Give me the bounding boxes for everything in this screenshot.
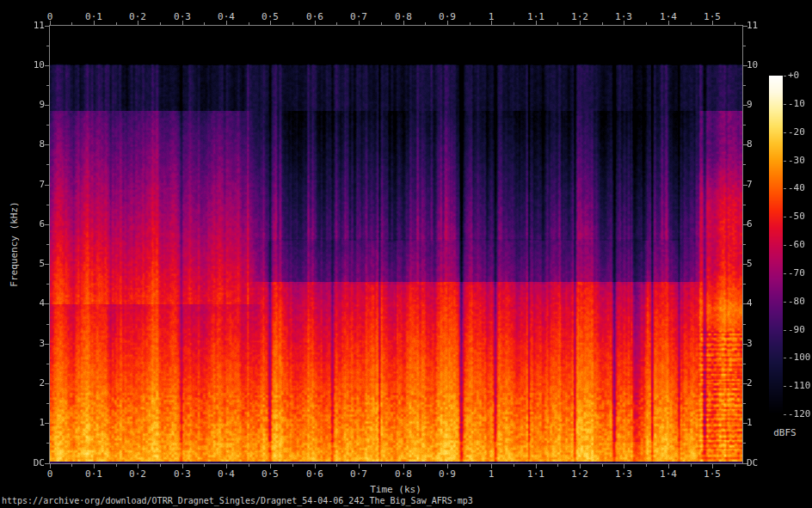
freq-minor-tick <box>46 364 49 364</box>
freq-tick-label: DC <box>747 458 758 468</box>
spectrogram-plot-frame <box>49 25 743 464</box>
freq-tick-label: 5 <box>747 259 753 269</box>
freq-minor-tick <box>743 443 746 444</box>
time-tick-label: 0·2 <box>120 469 155 480</box>
time-minor-tick <box>602 464 603 467</box>
freq-tick-label: 11 <box>10 21 45 31</box>
time-tick-label: 1·1 <box>519 469 553 480</box>
time-minor-tick <box>735 22 735 25</box>
freq-tick-label: 3 <box>747 339 753 349</box>
time-tick-label: 0·1 <box>77 469 111 480</box>
freq-minor-tick <box>743 403 746 404</box>
freq-tick-label: 10 <box>747 60 758 70</box>
time-minor-tick <box>557 464 558 467</box>
time-tick-label: 1 <box>474 469 508 480</box>
time-minor-tick <box>381 464 382 467</box>
freq-minor-tick <box>46 403 49 404</box>
time-tick-label: 1·2 <box>563 469 597 480</box>
db-tick <box>784 76 786 77</box>
freq-tick <box>45 224 49 225</box>
db-tick-label: -10 <box>788 99 805 109</box>
time-minor-tick <box>292 22 293 25</box>
freq-minor-tick <box>743 85 746 86</box>
time-minor-tick <box>425 22 426 25</box>
db-tick-label: -50 <box>788 211 805 222</box>
time-tick-label: 0·2 <box>120 12 155 22</box>
freq-tick <box>45 144 49 145</box>
time-tick-label: 1·5 <box>695 12 729 22</box>
freq-tick-label: 1 <box>747 418 753 428</box>
db-tick <box>784 104 786 105</box>
db-tick <box>784 245 786 246</box>
time-minor-tick <box>116 464 117 467</box>
freq-tick <box>45 185 49 186</box>
time-tick-label: 1·4 <box>651 469 686 480</box>
time-tick-label: 1·3 <box>606 469 641 480</box>
time-tick-label: 1·1 <box>519 12 553 22</box>
time-tick-label: 0·7 <box>341 469 376 480</box>
time-minor-tick <box>204 464 205 467</box>
time-tick-label: 1·5 <box>695 469 729 480</box>
freq-tick-label: 11 <box>747 21 758 31</box>
freq-minor-tick <box>46 443 49 444</box>
freq-tick <box>45 105 49 106</box>
freq-tick-label: 9 <box>747 100 753 110</box>
db-tick-label: +0 <box>788 70 799 81</box>
time-minor-tick <box>204 22 205 25</box>
time-minor-tick <box>470 22 471 25</box>
db-tick-label: -80 <box>788 297 805 307</box>
db-tick <box>784 414 786 415</box>
time-minor-tick <box>116 22 117 25</box>
time-tick-label: 1·3 <box>606 12 641 22</box>
time-minor-tick <box>646 22 647 25</box>
freq-tick-label: 2 <box>10 378 45 389</box>
freq-tick-label: 8 <box>747 139 753 150</box>
freq-tick-label: 8 <box>10 139 45 150</box>
spectrogram-canvas <box>50 26 742 463</box>
time-tick-label: 0·9 <box>430 12 464 22</box>
time-tick-label: 0 <box>33 469 67 480</box>
freq-minor-tick <box>46 324 49 325</box>
freq-minor-tick <box>743 205 746 205</box>
time-tick-label: 0·4 <box>209 469 243 480</box>
time-minor-tick <box>602 22 603 25</box>
freq-tick-label: 6 <box>747 219 753 230</box>
time-tick-label: 1 <box>474 12 508 22</box>
time-minor-tick <box>71 464 72 467</box>
time-minor-tick <box>160 22 161 25</box>
freq-minor-tick <box>46 284 49 285</box>
freq-tick <box>45 264 49 265</box>
freq-tick <box>45 383 49 384</box>
time-minor-tick <box>336 22 337 25</box>
time-tick-label: 0·6 <box>298 469 332 480</box>
time-tick-label: 0·9 <box>430 469 464 480</box>
time-tick-label: 1·4 <box>651 12 686 22</box>
freq-tick <box>45 26 49 27</box>
freq-tick-label: 7 <box>10 180 45 190</box>
freq-tick-label: 6 <box>10 219 45 230</box>
time-minor-tick <box>71 22 72 25</box>
freq-minor-tick <box>46 46 49 46</box>
freq-tick <box>45 303 49 304</box>
time-minor-tick <box>292 464 293 467</box>
freq-axis-title: Frequency (kHz) <box>9 184 20 304</box>
freq-tick-label: 4 <box>747 298 753 309</box>
time-minor-tick <box>160 464 161 467</box>
freq-minor-tick <box>743 364 746 364</box>
db-tick-label: -100 <box>788 352 811 363</box>
db-tick-label: -110 <box>788 381 811 391</box>
freq-minor-tick <box>46 164 49 165</box>
db-tick-label: -90 <box>788 325 805 335</box>
time-tick-label: 0·5 <box>253 469 287 480</box>
time-tick-label: 0·7 <box>341 12 376 22</box>
time-minor-tick <box>691 22 692 25</box>
freq-minor-tick <box>46 205 49 205</box>
db-tick-label: -70 <box>788 268 805 278</box>
time-tick-label: 0·8 <box>386 12 421 22</box>
db-tick <box>784 217 786 217</box>
freq-minor-tick <box>46 125 49 125</box>
time-minor-tick <box>336 464 337 467</box>
db-tick <box>784 358 786 358</box>
freq-tick <box>45 65 49 66</box>
freq-minor-tick <box>743 324 746 325</box>
